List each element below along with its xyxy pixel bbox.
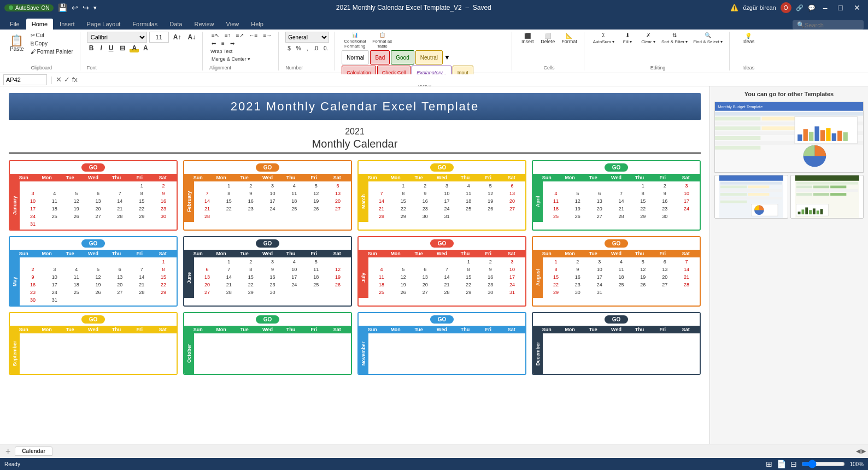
percent-button[interactable]: % [294, 45, 303, 52]
align-top-right-button[interactable]: ≡↗ [234, 32, 246, 39]
go-button-november[interactable]: GO [430, 315, 454, 324]
fill-button[interactable]: ⬇ Fill ▾ [618, 32, 637, 45]
font-size-input[interactable] [149, 32, 169, 43]
format-painter-button[interactable]: 🖌 Format Painter [28, 48, 75, 55]
tab-home[interactable]: Home [26, 19, 53, 30]
go-button-january[interactable]: GO [81, 163, 105, 172]
find-label: Find & Select ▾ [693, 39, 723, 44]
indent-decrease-button[interactable]: ←≡ [247, 32, 260, 39]
tab-insert[interactable]: Insert [54, 19, 80, 30]
go-button-december[interactable]: GO [605, 315, 629, 324]
ideas-button[interactable]: 💡 Ideas [740, 32, 757, 45]
template-thumb-2[interactable] [790, 175, 864, 219]
indent-increase-button[interactable]: ≡→ [261, 32, 274, 39]
go-button-october[interactable]: GO [256, 315, 280, 324]
align-top-left-button[interactable]: ≡↖ [209, 32, 221, 39]
tab-file[interactable]: File [4, 19, 25, 30]
borders-button[interactable]: ⊟ [118, 44, 127, 52]
go-button-august[interactable]: GO [605, 239, 629, 248]
search-input[interactable] [805, 22, 859, 28]
align-right-button[interactable]: ➡ [228, 40, 237, 47]
copy-button[interactable]: ⎘ Copy [28, 40, 75, 47]
comma-button[interactable]: , [304, 45, 310, 52]
go-button-march[interactable]: GO [430, 163, 454, 172]
style-neutral[interactable]: Neutral [415, 50, 443, 64]
delete-label: Delete [541, 39, 555, 44]
go-button-february[interactable]: GO [256, 163, 280, 172]
formula-confirm-icon[interactable]: ✓ [64, 75, 70, 84]
scroll-left-icon[interactable]: ◀ [856, 448, 860, 455]
maximize-button[interactable]: □ [835, 3, 846, 12]
styles-expand-icon[interactable]: ▼ [444, 54, 450, 61]
cut-button[interactable]: ✂ Cut [28, 32, 75, 39]
bold-button[interactable]: B [87, 44, 96, 52]
underline-button[interactable]: U [107, 44, 116, 52]
sheet-tab-calendar[interactable]: Calendar [15, 446, 52, 456]
zoom-slider[interactable] [801, 460, 845, 468]
undo-icon[interactable]: ↩ [72, 3, 78, 12]
insert-button[interactable]: ⬛ Insert [519, 32, 536, 45]
day-cell [545, 365, 567, 373]
tab-help[interactable]: Help [245, 19, 269, 30]
italic-button[interactable]: I [98, 44, 104, 52]
autosave-badge[interactable]: AutoSave ON [4, 4, 54, 11]
align-left-button[interactable]: ⬅ [209, 40, 218, 47]
autosum-button[interactable]: Σ AutoSum ▾ [591, 32, 617, 45]
format-as-table-button[interactable]: 📋 Format asTable [370, 32, 394, 49]
search-box[interactable]: 🔍 [793, 20, 864, 30]
page-break-icon[interactable]: ⊟ [790, 460, 797, 468]
increase-font-button[interactable]: A↑ [171, 33, 184, 42]
conditional-formatting-button[interactable]: 📊 ConditionalFormatting [342, 32, 368, 49]
delete-button[interactable]: ⬜ Delete [538, 32, 557, 45]
align-top-center-button[interactable]: ≡↑ [222, 32, 233, 39]
cell-reference-box[interactable] [3, 74, 47, 85]
formula-fx-icon[interactable]: fx [72, 75, 78, 84]
share-icon[interactable]: 🔗 [796, 4, 804, 11]
day-cell [567, 334, 589, 342]
go-button-july[interactable]: GO [430, 239, 454, 248]
decrease-font-button[interactable]: A↓ [185, 33, 198, 42]
accounting-button[interactable]: $ [285, 45, 293, 52]
template-preview-large[interactable]: Monthly Budget Template [714, 102, 864, 173]
comments-icon[interactable]: 💬 [808, 4, 816, 11]
day-cell: 4 [44, 190, 66, 198]
save-icon[interactable]: 💾 [58, 3, 67, 12]
tab-formulas[interactable]: Formulas [127, 19, 163, 30]
style-good[interactable]: Good [391, 50, 414, 64]
style-bad[interactable]: Bad [370, 50, 390, 64]
font-name-select[interactable]: Calibri [87, 32, 147, 43]
redo-icon[interactable]: ↪ [83, 3, 89, 12]
align-center-button[interactable]: ≡ [219, 40, 227, 47]
normal-view-icon[interactable]: ⊞ [766, 460, 772, 468]
formula-input[interactable] [81, 74, 865, 85]
scroll-right-icon[interactable]: ▶ [861, 448, 866, 455]
paste-button[interactable]: 📋 Paste [8, 34, 26, 53]
style-normal[interactable]: Normal [342, 50, 369, 64]
tab-review[interactable]: Review [189, 19, 219, 30]
tab-page-layout[interactable]: Page Layout [81, 19, 126, 30]
number-format-select[interactable]: General [285, 32, 329, 43]
formula-cancel-icon[interactable]: ✕ [56, 75, 62, 84]
decrease-decimal-button[interactable]: 0. [321, 45, 330, 52]
sort-filter-button[interactable]: ⇅ Sort & Filter ▾ [659, 32, 690, 45]
notification-icon[interactable]: ⚠️ [730, 4, 738, 11]
find-select-button[interactable]: 🔍 Find & Select ▾ [691, 32, 725, 45]
go-button-may[interactable]: GO [81, 239, 105, 248]
format-button[interactable]: 📐 Format [559, 32, 579, 45]
clear-button[interactable]: ✗ Clear ▾ [638, 32, 658, 45]
page-layout-icon[interactable]: 📄 [777, 460, 786, 468]
go-button-april[interactable]: GO [605, 163, 629, 172]
close-button[interactable]: ✕ [851, 3, 864, 12]
go-button-september[interactable]: GO [81, 315, 105, 324]
font-color-button[interactable]: A [141, 44, 150, 52]
tab-data[interactable]: Data [164, 19, 187, 30]
increase-decimal-button[interactable]: .0 [312, 45, 320, 52]
add-sheet-button[interactable]: + [2, 446, 14, 456]
tab-view[interactable]: View [221, 19, 245, 30]
template-thumb-1[interactable] [714, 175, 788, 219]
fill-color-button[interactable]: A [130, 44, 139, 52]
wrap-text-button[interactable]: Wrap Text [209, 48, 274, 55]
merge-center-button[interactable]: Merge & Center ▾ [209, 56, 274, 62]
minimize-button[interactable]: – [820, 3, 831, 12]
go-button-june[interactable]: GO [256, 239, 280, 248]
